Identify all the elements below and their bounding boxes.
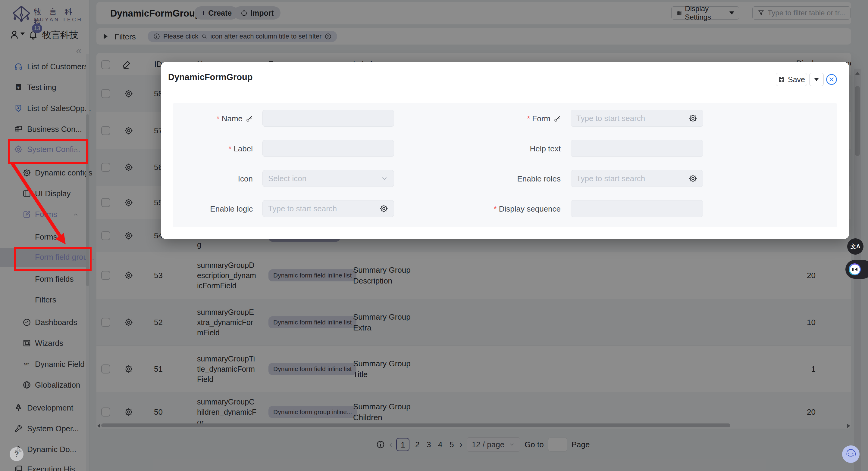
chevron-down-icon [380,174,389,182]
app-root: 牧 言 科 技 MUYAN TECH 13 牧言科技 « List of Cus… [0,0,868,471]
question-mark-icon: ? [14,450,19,459]
label-input[interactable] [262,140,394,157]
key-icon [246,115,253,123]
enable-roles-search-input[interactable]: Type to start search [570,170,703,187]
enable-logic-search-input[interactable]: Type to start search [262,200,394,217]
help-text-input[interactable] [570,140,703,157]
translate-widget-button[interactable]: 文A [847,238,864,255]
enable-roles-settings-icon[interactable] [688,174,698,183]
support-chat-button[interactable] [842,445,860,463]
assistant-logo-icon [849,263,861,275]
chat-face-icon [845,448,857,460]
save-icon [778,76,785,83]
display-sequence-input[interactable] [570,200,703,217]
help-text-field-label: Help text [481,140,561,158]
close-icon[interactable] [826,73,838,86]
enable-roles-field-label: Enable roles [481,170,561,188]
dropdown-caret-icon [814,78,819,81]
label-field-label: *Label [173,140,253,158]
enable-logic-settings-icon[interactable] [379,204,389,213]
icon-field-label: Icon [173,170,253,188]
enable-logic-field-label: Enable logic [173,200,253,217]
dynamic-form-group-modal: DynamicFormGroup Save *Name *Form Type t… [161,62,849,239]
form-field-label: *Form [481,110,561,127]
icon-select[interactable]: Select icon [262,170,394,187]
name-input[interactable] [262,110,394,127]
form-search-input[interactable]: Type to start search [570,110,703,127]
key-icon [554,115,561,123]
save-options-button[interactable] [809,73,824,86]
modal-form-panel: *Name *Form Type to start search *Label … [173,103,837,227]
assistant-extension-button[interactable] [845,260,868,279]
form-settings-icon[interactable] [688,114,698,123]
display-sequence-field-label: *Display sequence [481,200,561,217]
help-button[interactable]: ? [10,447,24,461]
translate-icon: 文A [850,243,861,250]
name-field-label: *Name [173,110,253,127]
modal-title: DynamicFormGroup [168,72,252,82]
save-button[interactable]: Save [776,73,807,86]
